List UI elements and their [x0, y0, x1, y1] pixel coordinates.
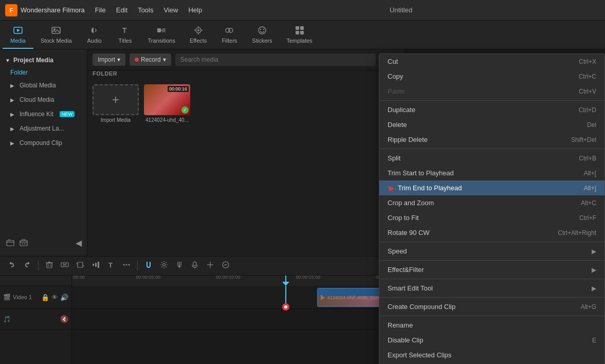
submenu-arrow-icon: ▶ [592, 285, 596, 292]
crop-timeline-button[interactable] [74, 260, 87, 272]
clip-check-icon: ✓ [181, 106, 189, 114]
record-button[interactable]: Record ▾ [130, 53, 171, 66]
svg-point-54 [123, 264, 125, 266]
menu-help[interactable]: Help [188, 6, 202, 14]
split-timeline-button[interactable] [58, 260, 71, 272]
sidebar-item-compound-clip[interactable]: ▶ Compound Clip [0, 136, 87, 150]
menu-edit[interactable]: Edit [116, 6, 127, 14]
filters-icon [224, 25, 235, 36]
ruler-tick-3: 00:00:15:00 [296, 276, 321, 280]
ctx-separator-1 [379, 100, 604, 101]
magnet-snap-button[interactable] [142, 260, 155, 272]
sidebar-item-adjustment[interactable]: ▶ Adjustment La... [0, 121, 87, 136]
add-folder-icon[interactable] [5, 238, 15, 248]
menu-file[interactable]: File [95, 6, 106, 14]
media-icon [12, 25, 24, 36]
playhead-triangle [282, 282, 289, 286]
tab-stock-media[interactable]: Stock Media [33, 21, 79, 49]
ctx-export-selected[interactable]: Export Selected Clips [379, 348, 604, 362]
svg-text:T: T [108, 261, 113, 269]
delete-folder-icon[interactable] [19, 238, 29, 248]
media-clip-item[interactable]: 00:00:16 ✓ 4124024-uhd_40... [144, 84, 190, 123]
track-labels: 🎬 Video 1 🔒 👁 🔊 🎵 🔇 [0, 276, 72, 364]
menu-tools[interactable]: Tools [138, 6, 153, 14]
submenu-arrow-icon: ▶ [592, 248, 596, 255]
ctx-smart-edit[interactable]: Smart Edit Tool ▶ [379, 281, 604, 296]
ctx-separator-3 [379, 242, 604, 242]
arrow-indicator-icon: ► [387, 183, 396, 193]
chevron-down-icon: ▼ [5, 58, 10, 63]
chevron-right-icon: ▶ [10, 83, 14, 88]
submenu-arrow-icon: ▶ [592, 266, 596, 274]
chevron-right-icon: ▶ [10, 112, 14, 117]
sidebar-project-media[interactable]: ▼ Project Media [0, 53, 87, 67]
volume-icon[interactable]: 🔊 [60, 294, 68, 301]
svg-point-19 [263, 29, 264, 30]
effects-icon [193, 25, 204, 36]
ctx-crop-zoom[interactable]: Crop and Zoom Alt+C [379, 195, 604, 210]
ctx-cut[interactable]: Cut Ctrl+X [379, 54, 604, 69]
redo-button[interactable] [21, 260, 34, 272]
ctx-separator-5 [379, 279, 604, 279]
ctx-duplicate[interactable]: Duplicate Ctrl+D [379, 102, 604, 117]
svg-rect-24 [7, 241, 14, 246]
undo-button[interactable] [5, 260, 19, 272]
ctx-speed[interactable]: Speed ▶ [379, 244, 604, 259]
tab-effects[interactable]: Effects [182, 21, 214, 49]
context-menu: Cut Ctrl+X Copy Ctrl+C Paste Ctrl+V Dupl… [379, 53, 605, 364]
tab-templates[interactable]: Templates [279, 21, 319, 49]
voice-button[interactable] [188, 260, 201, 272]
tab-transitions[interactable]: Transitions [141, 21, 182, 49]
menu-view[interactable]: View [163, 6, 178, 14]
ctx-trim-end[interactable]: ► Trim End to Playhead Alt+] [379, 180, 604, 195]
mute-icon[interactable]: 🔇 [60, 315, 68, 323]
ctx-separator-2 [379, 149, 604, 149]
settings-timeline-button[interactable] [157, 260, 171, 272]
import-button[interactable]: Import ▾ [93, 53, 125, 66]
sidebar-item-global-media[interactable]: ▶ Global Media [0, 78, 87, 93]
import-media-item[interactable]: + Import Media [93, 84, 139, 123]
marker-button[interactable] [173, 260, 186, 272]
sidebar-item-influence-kit[interactable]: ▶ Influence Kit NEW [0, 107, 87, 121]
playhead-end-marker [282, 303, 289, 311]
ctx-split[interactable]: Split Ctrl+B [379, 151, 604, 166]
ctx-create-compound[interactable]: Create Compound Clip Alt+G [379, 299, 604, 314]
tab-stickers[interactable]: Stickers [245, 21, 279, 49]
svg-rect-20 [296, 26, 299, 30]
ctx-crop-fit[interactable]: Crop to Fit Ctrl+F [379, 210, 604, 225]
ctx-delete[interactable]: Delete Del [379, 117, 604, 132]
svg-rect-50 [93, 264, 94, 266]
chevron-down-icon: ▾ [163, 56, 166, 63]
media-content: Import ▾ Record ▾ ⚙ ⋯ FOLDER + Import Me… [87, 49, 405, 256]
ctx-effect-filter[interactable]: Effect&Filter ▶ [379, 262, 604, 277]
audio-timeline-button[interactable] [89, 260, 102, 272]
ctx-trim-start[interactable]: Trim Start to Playhead Alt+[ [379, 166, 604, 180]
svg-rect-22 [296, 31, 299, 34]
ctx-rename[interactable]: Rename [379, 318, 604, 333]
ctx-copy[interactable]: Copy Ctrl+C [379, 69, 604, 84]
transition-add-button[interactable] [204, 260, 217, 272]
app-title: Untitled [202, 6, 600, 14]
svg-rect-47 [78, 262, 83, 267]
eye-icon[interactable]: 👁 [51, 294, 58, 301]
video-track-controls: 🎬 Video 1 🔒 👁 🔊 [0, 286, 71, 309]
lock-icon[interactable]: 🔒 [41, 294, 49, 301]
ctx-separator-7 [379, 316, 604, 316]
svg-point-55 [126, 264, 127, 266]
ai-tools-button[interactable] [219, 260, 232, 272]
tab-filters[interactable]: Filters [214, 21, 245, 49]
ctx-rotate[interactable]: Rotate 90 CW Ctrl+Alt+Right [379, 225, 604, 240]
tab-audio[interactable]: Audio [79, 21, 110, 49]
ctx-disable-clip[interactable]: Disable Clip E [379, 333, 604, 348]
sidebar-collapse-button[interactable]: ◀ [76, 238, 82, 248]
more-timeline-button[interactable] [120, 260, 133, 272]
svg-rect-45 [66, 263, 68, 267]
sidebar-item-cloud-media[interactable]: ▶ Cloud Media [0, 93, 87, 107]
delete-timeline-button[interactable] [43, 260, 56, 272]
search-input[interactable] [175, 53, 376, 66]
tab-titles[interactable]: T Titles [110, 21, 141, 49]
text-timeline-button[interactable]: T [104, 260, 118, 272]
import-thumb[interactable]: + [93, 84, 139, 115]
tab-media[interactable]: Media [3, 21, 33, 49]
ctx-ripple-delete[interactable]: Ripple Delete Shift+Del [379, 132, 604, 147]
